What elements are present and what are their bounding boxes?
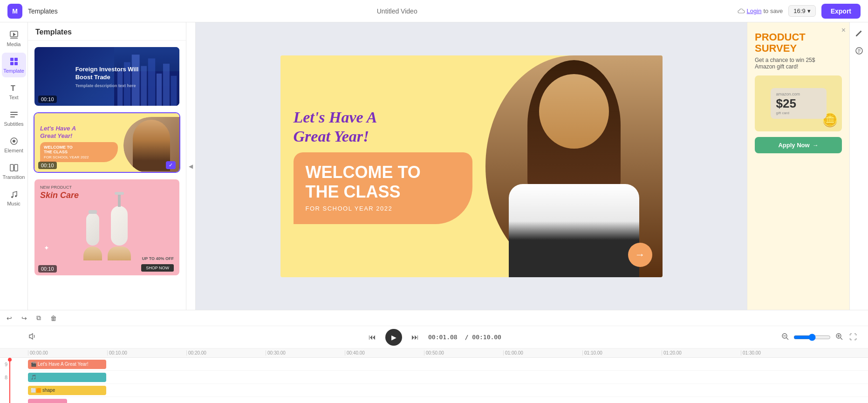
template-card-2[interactable]: Let's Have AGreat Year! WELCOME TOTHE CL… [34, 112, 180, 173]
play-button[interactable]: ▶ [385, 329, 402, 346]
ad-apply-label: Apply Now [778, 142, 809, 149]
top-bar: M Templates Untitled Video Login to save… [0, 0, 868, 22]
playback-controls: ⏮ ▶ ⏭ 00:01.08 / 00:10.00 ⛶ [0, 326, 868, 348]
current-time: 00:01.08 [428, 334, 458, 341]
track-shape: ⬜🟧 shape [28, 384, 868, 397]
ad-close-button[interactable]: × [841, 26, 846, 34]
svg-text:T: T [11, 84, 15, 92]
svg-rect-23 [163, 64, 170, 107]
right-edit-button[interactable] [852, 26, 866, 40]
sidebar-item-music-label: Music [7, 201, 21, 206]
svg-rect-24 [171, 76, 177, 107]
sidebar-item-transition[interactable]: Transition [2, 159, 26, 184]
tab-templates[interactable]: Templates [28, 7, 58, 15]
canvas-area: Let's Have AGreat Year! WELCOME TOTHE CL… [196, 22, 747, 310]
fullscreen-button[interactable]: ⛶ [847, 331, 859, 343]
track-8: 8 🎵 [28, 371, 868, 384]
sidebar-item-element[interactable]: Element [2, 132, 26, 157]
svg-line-27 [786, 338, 788, 340]
playhead [9, 358, 10, 403]
templates-panel-header: Templates [28, 22, 186, 41]
top-bar-right: Login to save 16:9 ▾ Export [737, 4, 861, 19]
video-canvas: Let's Have AGreat Year! WELCOME TOTHE CL… [280, 55, 663, 277]
ad-title: PRODUCTSURVEY [755, 32, 842, 54]
top-bar-left: M Templates [7, 4, 58, 19]
zoom-in-button[interactable] [834, 331, 845, 344]
sidebar-item-template[interactable]: Template [2, 53, 26, 77]
ad-card-label: gift card [776, 111, 821, 115]
zoom-out-button[interactable] [779, 331, 791, 344]
undo-button[interactable]: ↩ [4, 313, 15, 324]
ad-card-amount: $25 [776, 96, 821, 111]
sidebar-item-media-label: Media [7, 41, 21, 47]
media-icon [9, 30, 19, 40]
chevron-down-icon: ▾ [807, 7, 811, 14]
transition-icon [9, 163, 19, 173]
skip-forward-button[interactable]: ⏭ [410, 331, 421, 343]
templates-list: Foreign Investors WillBoost Trade Templa… [28, 41, 186, 310]
svg-point-12 [13, 140, 15, 143]
logo-button[interactable]: M [7, 4, 22, 19]
zoom-controls: ⛶ [779, 331, 859, 344]
delete-button[interactable]: 🗑 [48, 313, 60, 324]
sparkle-icon: ✦ [44, 244, 49, 252]
left-sidebar: Media Template T Text Subtitles Element [0, 22, 28, 310]
ratio-button[interactable]: 16:9 ▾ [788, 5, 815, 17]
sidebar-item-subtitles[interactable]: Subtitles [2, 106, 26, 130]
sidebar-item-text[interactable]: T Text [2, 79, 26, 104]
timeline[interactable]: 00:00.00 00:10.00 00:20.00 00:30.00 00:4… [0, 348, 868, 403]
track-clip-9-1-label: 🎬 Let's Have A Great Year! [31, 362, 88, 367]
sidebar-item-music[interactable]: Music [2, 185, 26, 210]
template-card-2-sub2: FOR SCHOOL YEAR 2022 [44, 155, 114, 159]
volume-icon[interactable] [28, 332, 36, 342]
track-9-number: 9 [5, 362, 7, 367]
svg-rect-5 [10, 62, 14, 65]
template-card-1-duration: 00:10 [38, 96, 57, 103]
track-clip-shape[interactable]: ⬜🟧 shape [28, 386, 106, 395]
track-clip-9-1[interactable]: 🎬 Let's Have A Great Year! [28, 360, 106, 369]
svg-point-16 [15, 195, 17, 197]
right-comment-button[interactable] [852, 44, 866, 58]
track-9: 9 🎬 Let's Have A Great Year! [28, 358, 868, 371]
template-card-3-title: Skin Care [40, 191, 174, 200]
track-clip-shape-label: shape [42, 388, 55, 393]
svg-rect-4 [14, 58, 18, 61]
canvas-orange-title: WELCOME TOTHE CLASS [306, 163, 460, 201]
video-title[interactable]: Untitled Video [377, 7, 417, 15]
canvas-wrapper: Let's Have AGreat Year! WELCOME TOTHE CL… [196, 22, 747, 310]
template-card-3-shop: SHOP NOW [141, 264, 174, 272]
zoom-slider[interactable] [793, 334, 831, 341]
bottom-area: ↩ ↪ ⧉ 🗑 ⏮ ▶ ⏭ 00:01.08 / 00:10.00 ⛶ [0, 310, 868, 403]
login-link[interactable]: Login [747, 7, 762, 14]
ad-apply-button[interactable]: Apply Now → [755, 137, 842, 153]
cloud-icon [737, 8, 745, 14]
redo-button[interactable]: ↪ [19, 313, 30, 324]
template-card-1[interactable]: Foreign Investors WillBoost Trade Templa… [34, 46, 180, 107]
templates-panel: Templates [28, 22, 186, 310]
canvas-next-button[interactable]: → [628, 243, 652, 267]
template-card-3-tag: UP TO 40% OFF [142, 256, 174, 261]
sidebar-item-transition-label: Transition [3, 174, 25, 180]
sidebar-item-media[interactable]: Media [2, 26, 26, 51]
svg-rect-6 [14, 62, 18, 65]
svg-rect-8 [10, 112, 18, 113]
template-card-2-subtitle: WELCOME TOTHE CLASS [44, 145, 114, 154]
template-card-3-label: NEW PRODUCT [40, 185, 174, 190]
template-card-2-duration: 00:10 [38, 162, 57, 169]
track-clip-8-1[interactable]: 🎵 [28, 373, 106, 382]
skip-back-button[interactable]: ⏮ [367, 331, 378, 343]
template-card-3[interactable]: NEW PRODUCT Skin Care [34, 178, 180, 276]
collapse-panel-button[interactable]: ◀ [186, 22, 196, 310]
subtitles-icon [9, 109, 19, 120]
copy-button[interactable]: ⧉ [34, 312, 44, 324]
login-area: Login to save [737, 7, 783, 14]
svg-point-15 [11, 196, 13, 198]
canvas-sub-text: FOR SCHOOL YEAR 2022 [306, 205, 460, 212]
template-card-1-text: Foreign Investors WillBoost Trade Templa… [68, 58, 146, 96]
template-icon [9, 56, 19, 67]
export-button[interactable]: Export [821, 4, 861, 19]
ad-subtitle: Get a chance to win 25$Amazon gift card! [755, 57, 842, 70]
text-icon: T [9, 83, 19, 93]
track-clip-pink[interactable] [28, 399, 67, 403]
main-area: Media Template T Text Subtitles Element [0, 22, 868, 310]
